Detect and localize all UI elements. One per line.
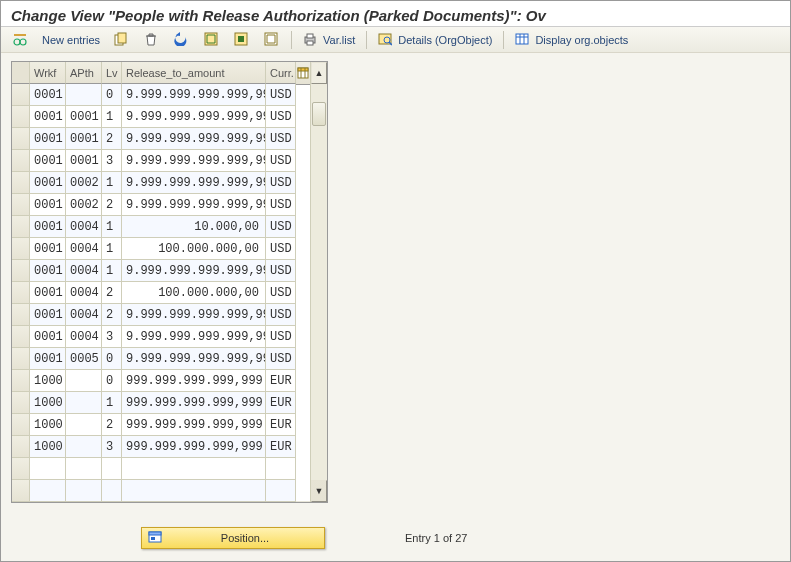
var-list-button[interactable]: Var.list — [298, 28, 360, 52]
cell-apth[interactable] — [66, 84, 102, 106]
cell-wrkf[interactable]: 0001 — [30, 326, 66, 348]
cell-amount[interactable]: 100.000.000,00 — [122, 238, 266, 260]
cell-curr[interactable]: USD — [266, 194, 296, 216]
table-row[interactable]: 0001000429.999.999.999.999,99USD — [12, 304, 296, 326]
cell-curr[interactable]: USD — [266, 150, 296, 172]
cell-apth[interactable] — [66, 370, 102, 392]
cell-lv[interactable]: 0 — [102, 370, 122, 392]
row-selector[interactable] — [12, 172, 30, 194]
cell-wrkf[interactable]: 1000 — [30, 414, 66, 436]
table-row[interactable]: 10000999.999.999.999,999EUR — [12, 370, 296, 392]
cell-wrkf[interactable]: 1000 — [30, 392, 66, 414]
display-org-objects-button[interactable]: Display org.objects — [510, 28, 633, 52]
col-header-wrkf[interactable]: Wrkf — [30, 62, 66, 84]
row-selector[interactable] — [12, 282, 30, 304]
table-row[interactable]: 0001000119.999.999.999.999,99USD — [12, 106, 296, 128]
cell-lv[interactable]: 1 — [102, 106, 122, 128]
table-row[interactable]: 10001999.999.999.999,999EUR — [12, 392, 296, 414]
copy-as-button[interactable] — [109, 28, 135, 52]
cell-apth[interactable] — [66, 392, 102, 414]
table-row[interactable]: 000100041100.000.000,00USD — [12, 238, 296, 260]
select-all-button[interactable] — [199, 28, 225, 52]
cell-wrkf[interactable]: 0001 — [30, 150, 66, 172]
cell-amount[interactable]: 9.999.999.999.999,99 — [122, 260, 266, 282]
cell-amount[interactable]: 9.999.999.999.999,99 — [122, 106, 266, 128]
new-entries-button[interactable]: New entries — [37, 28, 105, 52]
table-row[interactable]: 000109.999.999.999.999,99USD — [12, 84, 296, 106]
cell-apth[interactable]: 0004 — [66, 238, 102, 260]
cell-lv[interactable]: 2 — [102, 304, 122, 326]
table-row[interactable]: 10003999.999.999.999,999EUR — [12, 436, 296, 458]
cell-wrkf[interactable]: 0001 — [30, 172, 66, 194]
row-selector[interactable] — [12, 304, 30, 326]
cell-curr[interactable]: EUR — [266, 414, 296, 436]
cell-lv[interactable]: 3 — [102, 436, 122, 458]
cell-curr[interactable]: USD — [266, 282, 296, 304]
cell-wrkf[interactable]: 0001 — [30, 216, 66, 238]
row-selector[interactable] — [12, 216, 30, 238]
cell-lv[interactable]: 1 — [102, 238, 122, 260]
cell-apth[interactable]: 0004 — [66, 326, 102, 348]
table-row[interactable]: 0001000439.999.999.999.999,99USD — [12, 326, 296, 348]
cell-apth[interactable]: 0004 — [66, 304, 102, 326]
cell-amount[interactable]: 9.999.999.999.999,99 — [122, 348, 266, 370]
cell-amount[interactable]: 999.999.999.999,999 — [122, 436, 266, 458]
cell-apth[interactable]: 0002 — [66, 194, 102, 216]
cell-amount[interactable]: 999.999.999.999,999 — [122, 370, 266, 392]
cell-wrkf[interactable]: 0001 — [30, 282, 66, 304]
table-row[interactable]: 0001000229.999.999.999.999,99USD — [12, 194, 296, 216]
cell-apth[interactable]: 0004 — [66, 260, 102, 282]
cell-curr[interactable]: USD — [266, 106, 296, 128]
row-selector[interactable] — [12, 436, 30, 458]
table-row[interactable]: 000100042100.000.000,00USD — [12, 282, 296, 304]
scroll-thumb[interactable] — [312, 102, 326, 126]
cell-lv[interactable]: 3 — [102, 326, 122, 348]
cell-wrkf[interactable]: 0001 — [30, 304, 66, 326]
select-all-corner[interactable] — [12, 62, 30, 84]
cell-apth[interactable] — [66, 414, 102, 436]
cell-lv[interactable]: 1 — [102, 260, 122, 282]
cell-curr[interactable]: EUR — [266, 370, 296, 392]
cell-wrkf[interactable]: 0001 — [30, 106, 66, 128]
cell-lv[interactable]: 0 — [102, 348, 122, 370]
position-button[interactable]: Position... — [141, 527, 325, 549]
cell-wrkf[interactable]: 0001 — [30, 194, 66, 216]
row-selector[interactable] — [12, 392, 30, 414]
cell-amount[interactable]: 9.999.999.999.999,99 — [122, 194, 266, 216]
cell-curr[interactable]: EUR — [266, 436, 296, 458]
cell-lv[interactable]: 1 — [102, 172, 122, 194]
row-selector[interactable] — [12, 238, 30, 260]
table-row[interactable]: 0001000419.999.999.999.999,99USD — [12, 260, 296, 282]
cell-wrkf[interactable]: 1000 — [30, 436, 66, 458]
cell-amount[interactable]: 9.999.999.999.999,99 — [122, 84, 266, 106]
cell-curr[interactable]: USD — [266, 326, 296, 348]
table-row[interactable]: 0001000509.999.999.999.999,99USD — [12, 348, 296, 370]
cell-wrkf[interactable]: 0001 — [30, 348, 66, 370]
scroll-down-button[interactable]: ▼ — [311, 480, 327, 502]
cell-lv[interactable]: 1 — [102, 392, 122, 414]
cell-lv[interactable]: 2 — [102, 282, 122, 304]
cell-curr[interactable]: USD — [266, 216, 296, 238]
cell-amount[interactable]: 999.999.999.999,999 — [122, 392, 266, 414]
toggle-display-change-button[interactable] — [7, 28, 33, 52]
scroll-track[interactable] — [311, 84, 327, 480]
cell-amount[interactable]: 9.999.999.999.999,99 — [122, 326, 266, 348]
cell-curr[interactable]: USD — [266, 84, 296, 106]
cell-apth[interactable] — [66, 436, 102, 458]
row-selector[interactable] — [12, 326, 30, 348]
table-row[interactable]: 10002999.999.999.999,999EUR — [12, 414, 296, 436]
cell-amount[interactable]: 9.999.999.999.999,99 — [122, 128, 266, 150]
cell-curr[interactable]: USD — [266, 238, 296, 260]
row-selector[interactable] — [12, 150, 30, 172]
row-selector[interactable] — [12, 106, 30, 128]
configure-columns-button[interactable] — [296, 62, 310, 85]
undo-button[interactable] — [169, 28, 195, 52]
cell-curr[interactable]: USD — [266, 304, 296, 326]
cell-apth[interactable]: 0001 — [66, 106, 102, 128]
select-block-button[interactable] — [229, 28, 255, 52]
cell-apth[interactable]: 0001 — [66, 150, 102, 172]
row-selector[interactable] — [12, 348, 30, 370]
cell-apth[interactable]: 0004 — [66, 282, 102, 304]
cell-curr[interactable]: USD — [266, 260, 296, 282]
table-row[interactable]: 0001000139.999.999.999.999,99USD — [12, 150, 296, 172]
